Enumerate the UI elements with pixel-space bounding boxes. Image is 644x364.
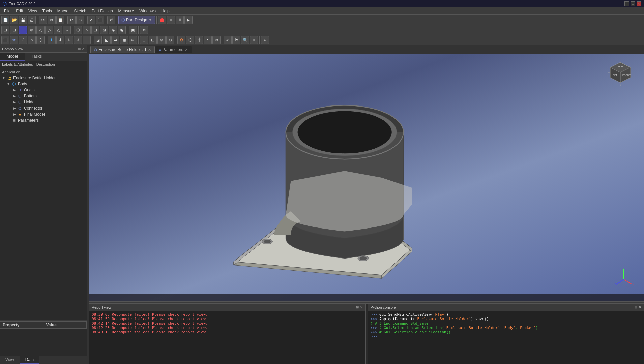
record-btn[interactable]: ⬤ [158, 16, 166, 24]
view-persp-btn[interactable]: ◉ [118, 26, 126, 34]
play-btn[interactable]: ▶ [184, 16, 193, 24]
fit-sel-btn[interactable]: ⊞ [10, 26, 18, 34]
tab-view[interactable]: View [0, 356, 20, 364]
workbench-selector[interactable]: ⬡ Part Design ▼ [118, 16, 155, 24]
menu-tools[interactable]: Tools [40, 8, 55, 14]
menu-view[interactable]: View [26, 8, 40, 14]
view-iso-btn[interactable]: ◈ [109, 26, 117, 34]
stop-record-btn[interactable]: ■ [167, 16, 175, 24]
copy-btn[interactable]: ⧉ [48, 16, 56, 24]
view-right-btn[interactable]: ▷ [45, 26, 53, 34]
tree-item-holder[interactable]: ▶ ⬡ Holder [0, 99, 87, 105]
maximize-button[interactable]: □ [631, 1, 635, 6]
view-home-btn[interactable]: ⌂ [83, 26, 91, 34]
pd-point-btn[interactable]: • [204, 36, 212, 44]
pd-planes-btn[interactable]: ⬡ [186, 36, 194, 44]
menu-edit[interactable]: Edit [13, 8, 26, 14]
pd-polar-btn[interactable]: ⊛ [129, 36, 137, 44]
menu-measure[interactable]: Measure [116, 8, 137, 14]
tab2-close[interactable]: ✕ [185, 48, 188, 52]
menu-file[interactable]: File [1, 8, 13, 14]
pd-more-btn[interactable]: ▸ [261, 36, 269, 44]
refresh-btn[interactable]: ↺ [107, 16, 115, 24]
tree-item-bottom[interactable]: ▶ ⬡ Bottom [0, 93, 87, 99]
menu-help[interactable]: Help [158, 8, 172, 14]
print-btn[interactable]: 🖨 [28, 16, 36, 24]
tree-item-connector[interactable]: ▶ ⬡ Connector [0, 105, 87, 111]
tree-item-root[interactable]: ▼ 🗂 Enclosure Bottle Holder [0, 75, 87, 81]
view-top-btn[interactable]: △ [54, 26, 62, 34]
pd-migrate-btn[interactable]: ⇧ [250, 36, 258, 44]
pd-chamfer-btn[interactable]: ◢ [94, 36, 102, 44]
pause-btn[interactable]: ⏸ [176, 16, 184, 24]
pd-pad-btn[interactable]: ⬆ [48, 36, 56, 44]
tree-item-body[interactable]: ▼ ⬡ Body [0, 81, 87, 87]
pd-validate-btn[interactable]: ✔ [224, 36, 232, 44]
save-btn[interactable]: 💾 [19, 16, 27, 24]
draw-style-btn[interactable]: ▣ [129, 26, 137, 34]
pd-draft-btn[interactable]: ◣ [103, 36, 111, 44]
pd-new-sketch-btn[interactable]: ✏ [10, 36, 18, 44]
view-front-btn[interactable]: ⊟ [91, 26, 99, 34]
pd-constraint-btn[interactable]: ⚙ [177, 36, 185, 44]
pd-lin-pattern-btn[interactable]: ▦ [120, 36, 128, 44]
pd-new-body-btn[interactable]: ⬛ [1, 36, 9, 44]
report-expand[interactable]: ⊞ [356, 305, 359, 309]
pd-check-btn[interactable]: ⚑ [232, 36, 240, 44]
3d-viewport[interactable]: TOP LEFT FRONT ↓ ← X Y [89, 54, 644, 301]
tree-item-parameters[interactable]: ⊞ Parameters [0, 117, 87, 123]
tab1-close[interactable]: ✕ [148, 48, 151, 52]
paste-btn[interactable]: 📋 [56, 16, 64, 24]
view3d-btn[interactable]: ⬡ [74, 26, 82, 34]
close-button[interactable]: ✕ [637, 1, 641, 6]
view-rotate-btn[interactable]: ⊙ [19, 26, 27, 34]
zoom-btn[interactable]: ⊕ [28, 26, 36, 34]
pd-shape-binder-btn[interactable]: ⊙ [166, 36, 174, 44]
expand-icon[interactable]: ⊞ [78, 47, 81, 51]
pd-mirror-btn[interactable]: ⇌ [111, 36, 119, 44]
new-btn[interactable]: 📄 [1, 16, 9, 24]
pd-line-btn[interactable]: / [19, 36, 27, 44]
stop-btn[interactable]: ⬛ [96, 16, 104, 24]
python-expand[interactable]: ⊞ [635, 305, 637, 309]
open-btn[interactable]: 📂 [10, 16, 18, 24]
menu-windows[interactable]: Windows [137, 8, 158, 14]
pd-polygon-btn[interactable]: ⬡ [36, 36, 45, 44]
nav-cube[interactable]: TOP LEFT FRONT ↓ ← [607, 61, 634, 88]
menu-partdesign[interactable]: Part Design [89, 8, 116, 14]
pd-axis-btn[interactable]: ╋ [195, 36, 203, 44]
redo-btn[interactable]: ↪ [76, 16, 84, 24]
check-btn[interactable]: ✔ [87, 16, 95, 24]
pd-sub-btn[interactable]: ⊟ [149, 36, 157, 44]
pd-bool-btn[interactable]: ⊞ [140, 36, 148, 44]
python-close[interactable]: ✕ [639, 305, 641, 309]
minimize-button[interactable]: ─ [624, 1, 629, 6]
cut-btn[interactable]: ✂ [39, 16, 47, 24]
pd-rev-btn[interactable]: ↻ [65, 36, 73, 44]
description-link[interactable]: Description [36, 62, 55, 66]
pd-circle-btn[interactable]: ○ [28, 36, 36, 44]
tab-tasks[interactable]: Tasks [25, 53, 49, 61]
pd-pocket-btn[interactable]: ⬇ [56, 36, 64, 44]
tab-model[interactable]: Model [0, 53, 25, 61]
close-panel-icon[interactable]: ✕ [82, 47, 85, 51]
view-back-btn[interactable]: ⊠ [100, 26, 108, 34]
viewport-tab-1[interactable]: ⬡ Enclosure Bottle Holder : 1 ✕ [90, 46, 155, 53]
menu-sketch[interactable]: Sketch [71, 8, 89, 14]
tab-data[interactable]: Data [20, 356, 39, 364]
viewport-tab-2[interactable]: ≡ Parameters ✕ [155, 46, 192, 53]
view-left-btn[interactable]: ◁ [36, 26, 45, 34]
pd-groove-btn[interactable]: ↺ [74, 36, 82, 44]
labels-link[interactable]: Labels & Attributes [2, 62, 33, 66]
pd-clone-btn[interactable]: ⧉ [212, 36, 221, 44]
undo-btn[interactable]: ↩ [67, 16, 76, 24]
menu-macro[interactable]: Macro [55, 8, 71, 14]
pd-fillet-btn[interactable]: ⌒ [83, 36, 91, 44]
fit-all-btn[interactable]: ⊡ [1, 26, 9, 34]
report-close[interactable]: ✕ [360, 305, 363, 309]
tree-item-origin[interactable]: ▶ ✦ Origin [0, 87, 87, 93]
tree-item-finalmodel[interactable]: ▶ ★ Final Model [0, 111, 87, 117]
pd-sect-btn[interactable]: ⊗ [157, 36, 166, 44]
view-bottom-btn[interactable]: ▽ [63, 26, 71, 34]
toggle-clip-btn[interactable]: ⧉ [140, 26, 148, 34]
